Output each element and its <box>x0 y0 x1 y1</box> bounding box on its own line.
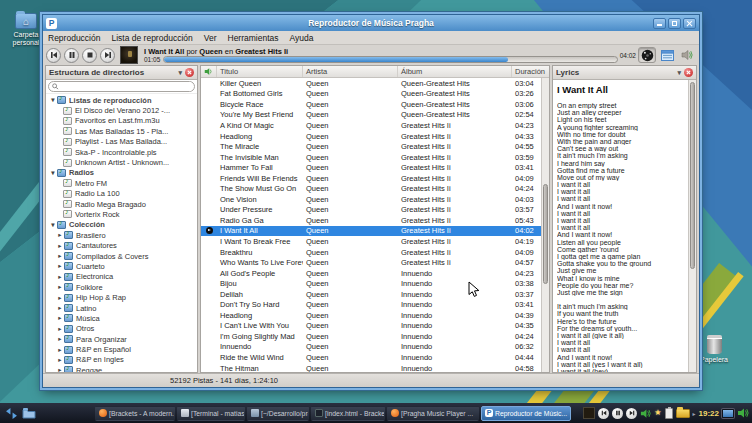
playlist-row[interactable]: I Want It All Queen Greatest Hits Ii 04:… <box>201 226 541 237</box>
tray-folder-icon[interactable] <box>676 409 690 418</box>
playlist-toggle-button[interactable] <box>658 47 676 63</box>
tree-node[interactable]: R&P en Español <box>46 344 197 354</box>
tree-node[interactable]: Folklore <box>46 282 197 292</box>
playlist-row[interactable]: Under Pressure Queen Greatest Hits Ii 03… <box>201 205 541 216</box>
taskbar-task-button[interactable]: Reproductor de Músic... <box>481 406 571 421</box>
scrollbar-thumb[interactable] <box>543 184 548 284</box>
playlist-row[interactable]: I Want To Break Free Queen Greatest Hits… <box>201 236 541 247</box>
disc-toggle-button[interactable] <box>638 47 656 63</box>
playlist-row[interactable]: Who Wants To Live Forever Queen Greatest… <box>201 257 541 268</box>
playlist-row[interactable]: A Kind Of Magic Queen Greatest Hits Ii 0… <box>201 120 541 131</box>
playlist-row[interactable]: Bicycle Race Queen Queen-Greatest Hits 0… <box>201 99 541 110</box>
tray-notifier-icon[interactable]: ★ <box>654 409 661 417</box>
tree-node[interactable]: Listas de reproducción <box>46 95 197 105</box>
playlist-row[interactable]: Headlong Queen Greatest Hits Ii 04:33 <box>201 131 541 142</box>
tree-node[interactable]: Radio La 100 <box>46 189 197 199</box>
tree-expander-icon[interactable] <box>49 169 57 177</box>
minimize-button[interactable] <box>653 18 666 29</box>
panel-close-icon[interactable] <box>185 68 194 77</box>
tree-expander-icon[interactable] <box>56 252 64 260</box>
tree-node[interactable]: Colección <box>46 220 197 230</box>
pause-button[interactable] <box>64 48 79 63</box>
tray-display-icon[interactable] <box>722 409 734 418</box>
tree-node[interactable]: Electronica <box>46 272 197 282</box>
scrollbar-thumb[interactable] <box>690 82 695 269</box>
playlist-row[interactable]: I Can't Live With You Queen Innuendo 04:… <box>201 321 541 332</box>
tree-node[interactable]: Playlist - Las Mas Bailada... <box>46 137 197 147</box>
tree-node[interactable]: Reggae <box>46 365 197 372</box>
tree-node[interactable]: Metro FM <box>46 178 197 188</box>
playlist-row[interactable]: Innuendo Queen Innuendo 06:32 <box>201 342 541 353</box>
taskbar-task-button[interactable]: [Terminal - matias@l... <box>177 406 245 421</box>
panel-close-icon[interactable] <box>684 68 693 77</box>
playlist-row[interactable]: The Hitman Queen Innuendo 04:58 <box>201 363 541 372</box>
tree-node[interactable]: Música <box>46 313 197 323</box>
playlist-row[interactable]: Friends Will Be Friends Queen Greatest H… <box>201 173 541 184</box>
close-button[interactable] <box>683 18 696 29</box>
playlist-row[interactable]: Breakthru Queen Greatest Hits Ii 04:09 <box>201 247 541 258</box>
tree-expander-icon[interactable] <box>56 242 64 250</box>
tree-expander-icon[interactable] <box>56 366 64 372</box>
playlist-row[interactable]: Delilah Queen Innuendo 03:37 <box>201 289 541 300</box>
menu-item[interactable]: Reproducción <box>48 33 100 43</box>
file-manager-launcher-icon[interactable] <box>21 405 37 421</box>
column-header-album[interactable]: Álbum <box>398 66 512 77</box>
tree-node[interactable]: Latino <box>46 303 197 313</box>
tree-expander-icon[interactable] <box>56 273 64 281</box>
playlist-row[interactable]: One Vision Queen Greatest Hits Ii 04:03 <box>201 194 541 205</box>
tree-node[interactable]: Radio Mega Bragado <box>46 199 197 209</box>
tree-expander-icon[interactable] <box>56 304 64 312</box>
tray-next-button[interactable] <box>626 408 637 419</box>
activity-switcher-icon[interactable] <box>3 405 19 421</box>
column-header-duration[interactable]: Duración <box>512 66 549 77</box>
tree-node[interactable]: Para Organizar <box>46 334 197 344</box>
tree-expander-icon[interactable] <box>56 262 64 270</box>
maximize-button[interactable] <box>668 18 681 29</box>
tree-node[interactable]: Ska-P - Incontrolable.pls <box>46 147 197 157</box>
playlist-row[interactable]: Don't Try So Hard Queen Innuendo 03:41 <box>201 299 541 310</box>
playlist-row[interactable]: The Miracle Queen Greatest Hits Ii 04:55 <box>201 141 541 152</box>
taskbar-task-button[interactable]: [~/Desarrollo/pragha... <box>247 406 309 421</box>
lyrics-scrollbar[interactable] <box>688 80 696 372</box>
taskbar-task-button[interactable]: [Brackets - A modern.... <box>95 406 175 421</box>
playlist-row[interactable]: Headlong Queen Innuendo 04:39 <box>201 310 541 321</box>
search-box[interactable] <box>48 81 195 92</box>
tree-node[interactable]: El Disco del Verano 2012 -... <box>46 105 197 115</box>
playlist-row[interactable]: The Show Must Go On Queen Greatest Hits … <box>201 183 541 194</box>
menu-item[interactable]: Herramientas <box>228 33 279 43</box>
titlebar[interactable]: P Reproductor de Música Pragha <box>43 15 699 31</box>
playlist-row[interactable]: Killer Queen Queen Queen-Greatest Hits 0… <box>201 78 541 89</box>
tray-previous-button[interactable] <box>598 408 609 419</box>
tree-expander-icon[interactable] <box>56 283 64 291</box>
menu-item[interactable]: Ayuda <box>290 33 314 43</box>
playlist-row[interactable]: Radio Ga Ga Queen Greatest Hits Ii 05:43 <box>201 215 541 226</box>
tree-node[interactable]: R&P en Ingles <box>46 355 197 365</box>
tree-node[interactable]: Unknown Artist - Unknown... <box>46 157 197 167</box>
tree-node[interactable]: Favoritos en Last.fm.m3u <box>46 116 197 126</box>
previous-button[interactable] <box>46 48 61 63</box>
tree-node[interactable]: Radios <box>46 168 197 178</box>
tree-node[interactable]: Brasilero <box>46 230 197 240</box>
tray-volume-icon[interactable] <box>640 408 651 419</box>
taskbar-task-button[interactable]: [index.html - Brackets] <box>311 406 385 421</box>
playlist-row[interactable]: Ride the Wild Wind Queen Innuendo 04:44 <box>201 352 541 363</box>
tree-expander-icon[interactable] <box>56 231 64 239</box>
tree-expander-icon[interactable] <box>49 221 57 229</box>
column-header-title[interactable]: Titulo <box>217 66 303 77</box>
playlist-row[interactable]: You're My Best Friend Queen Queen-Greate… <box>201 110 541 121</box>
tree-expander-icon[interactable] <box>56 356 64 364</box>
album-art-thumbnail[interactable] <box>120 46 138 64</box>
playlist-row[interactable]: All God's People Queen Innuendo 04:23 <box>201 268 541 279</box>
next-button[interactable] <box>100 48 115 63</box>
tree-node[interactable]: Otros <box>46 324 197 334</box>
tray-expand-icon[interactable]: ▸ <box>693 410 696 417</box>
tray-audio-icon[interactable] <box>737 407 749 419</box>
tree-node[interactable]: Cantautores <box>46 240 197 250</box>
playlist-scrollbar[interactable] <box>541 78 549 372</box>
stop-button[interactable] <box>82 48 97 63</box>
tree-node[interactable]: Cuarteto <box>46 261 197 271</box>
clock[interactable]: 19:22 <box>699 409 719 418</box>
tree-node[interactable]: Vorterix Rock <box>46 209 197 219</box>
menu-item[interactable]: Lista de reproducción <box>111 33 192 43</box>
menu-item[interactable]: Ver <box>204 33 217 43</box>
